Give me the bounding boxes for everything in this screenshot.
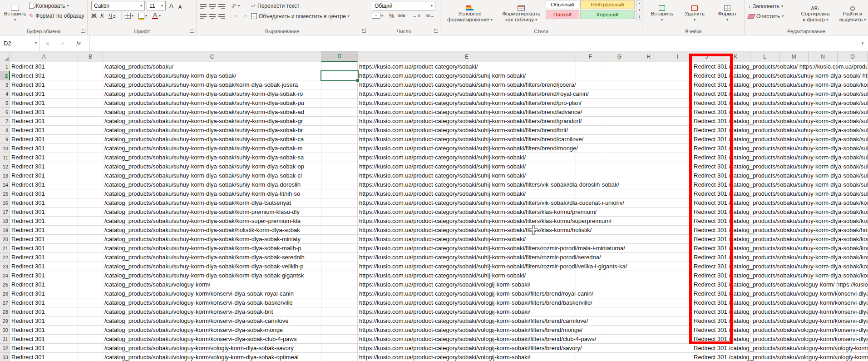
column-header-O[interactable]: O: [838, 51, 868, 62]
cell-C14[interactable]: /catalog_products/sobaku/suhuy-korm-dlya…: [103, 180, 321, 189]
cell-C19[interactable]: /catalog_products/sobaku/suhuy-korm-dlya…: [103, 226, 321, 235]
cell-G13[interactable]: [605, 171, 634, 180]
cell-O29[interactable]: [838, 316, 868, 326]
cell-O26[interactable]: [838, 289, 868, 298]
column-header-H[interactable]: H: [634, 51, 663, 62]
cell-E13[interactable]: https://kusio.com.ua/product-category/so…: [358, 171, 576, 180]
cell-G16[interactable]: [605, 198, 634, 208]
cell-N12[interactable]: [809, 162, 838, 171]
cell-I22[interactable]: [663, 253, 692, 262]
cell-I4[interactable]: [663, 89, 692, 99]
cell-H28[interactable]: [634, 307, 663, 316]
cell-D26[interactable]: [321, 289, 358, 298]
cell-G23[interactable]: [605, 262, 634, 271]
row-header-12[interactable]: 12: [0, 162, 10, 171]
row-header-26[interactable]: 26: [0, 289, 10, 298]
cell-D28[interactable]: [321, 307, 358, 316]
cell-M14[interactable]: [779, 180, 809, 189]
cell-B23[interactable]: [78, 262, 103, 271]
cell-G29[interactable]: [605, 316, 634, 326]
cell-L23[interactable]: [750, 262, 779, 271]
cell-H13[interactable]: [634, 171, 663, 180]
cell-F8[interactable]: [576, 126, 605, 135]
cell-A16[interactable]: Redirect 301: [10, 198, 78, 208]
cell-I19[interactable]: [663, 226, 692, 235]
cell-O20[interactable]: [838, 235, 868, 244]
cell-O4[interactable]: [838, 89, 868, 99]
cell-L8[interactable]: [750, 126, 779, 135]
cell-G22[interactable]: [605, 253, 634, 262]
cell-style-neutral[interactable]: Нейтральный: [580, 0, 635, 9]
column-header-G[interactable]: G: [605, 51, 634, 62]
cell-A27[interactable]: Redirect 301: [10, 298, 78, 307]
cell-N22[interactable]: [809, 253, 838, 262]
cell-G15[interactable]: [605, 189, 634, 198]
column-header-F[interactable]: F: [576, 51, 605, 62]
cell-I2[interactable]: [663, 71, 692, 80]
insert-function-icon[interactable]: fx: [71, 40, 86, 47]
cell-B25[interactable]: [78, 280, 103, 289]
conditional-formatting-button[interactable]: Условное форматирование ▾: [443, 0, 497, 23]
cell-H17[interactable]: [634, 208, 663, 217]
cell-O16[interactable]: [838, 198, 868, 208]
italic-button[interactable]: К: [100, 11, 104, 20]
cell-A28[interactable]: Redirect 301: [10, 307, 78, 316]
paste-button[interactable]: Вставить ▾: [3, 0, 27, 23]
cell-G14[interactable]: [605, 180, 634, 189]
cell-N1[interactable]: [809, 62, 838, 71]
cell-M13[interactable]: [779, 171, 809, 180]
cell-H26[interactable]: [634, 289, 663, 298]
cell-G32[interactable]: [605, 344, 634, 353]
cell-B2[interactable]: [78, 71, 103, 80]
cell-J33[interactable]: Redirect 301 /catalog_products/sobaku/vo…: [692, 353, 721, 361]
cell-O32[interactable]: [838, 344, 868, 353]
cell-E21[interactable]: https://kusio.com.ua/product-category/so…: [358, 244, 576, 253]
row-header-16[interactable]: 16: [0, 198, 10, 208]
cell-L33[interactable]: [750, 353, 779, 361]
cell-F17[interactable]: [576, 208, 605, 217]
cell-O30[interactable]: [838, 326, 868, 335]
cell-M28[interactable]: [779, 307, 809, 316]
cell-M6[interactable]: [779, 108, 809, 117]
cell-E18[interactable]: https://kusio.com.ua/product-category/so…: [358, 217, 576, 226]
cell-C21[interactable]: /catalog_products/sobaku/suhuy-korm-dlya…: [103, 244, 321, 253]
cell-C22[interactable]: /catalog_products/sobaku/suhuy-korm-dlya…: [103, 253, 321, 262]
align-bottom-button[interactable]: [218, 2, 225, 10]
cell-I33[interactable]: [663, 353, 692, 361]
cell-C7[interactable]: /catalog_products/sobaku/suhuy-korm-dlya…: [103, 117, 321, 126]
cell-E32[interactable]: https://kusio.com.ua/product-category/so…: [358, 344, 576, 353]
row-header-2[interactable]: 2: [0, 71, 10, 80]
cell-F31[interactable]: [576, 335, 605, 344]
cell-B5[interactable]: [78, 99, 103, 108]
cell-E29[interactable]: https://kusio.com.ua/product-category/so…: [358, 316, 576, 326]
cell-H33[interactable]: [634, 353, 663, 361]
cell-style-bad[interactable]: Плохой: [546, 10, 579, 19]
column-header-E[interactable]: E: [358, 51, 576, 62]
cell-M8[interactable]: [779, 126, 809, 135]
cell-L15[interactable]: [750, 189, 779, 198]
cell-O10[interactable]: [838, 144, 868, 153]
cell-M5[interactable]: [779, 99, 809, 108]
cell-O9[interactable]: [838, 135, 868, 144]
cell-G19[interactable]: [605, 226, 634, 235]
cell-J32[interactable]: Redirect 301 /catalog_products/sobaku/vo…: [692, 344, 721, 353]
cell-G26[interactable]: [605, 289, 634, 298]
cell-D1[interactable]: [321, 62, 358, 71]
cell-F16[interactable]: [576, 198, 605, 208]
cell-C24[interactable]: /catalog_products/sobaku/suhuy-korm-dlya…: [103, 271, 321, 280]
dialog-launcher-icon[interactable]: [190, 29, 194, 33]
cell-D15[interactable]: [321, 189, 358, 198]
cell-G11[interactable]: [605, 153, 634, 162]
cell-D21[interactable]: [321, 244, 358, 253]
row-header-31[interactable]: 31: [0, 335, 10, 344]
dialog-launcher-icon[interactable]: [434, 29, 438, 33]
cell-G17[interactable]: [605, 208, 634, 217]
cell-A30[interactable]: Redirect 301: [10, 326, 78, 335]
cell-B31[interactable]: [78, 335, 103, 344]
cell-I12[interactable]: [663, 162, 692, 171]
cell-L4[interactable]: [750, 89, 779, 99]
row-header-18[interactable]: 18: [0, 217, 10, 226]
cell-K32[interactable]: [721, 344, 750, 353]
cell-G18[interactable]: [605, 217, 634, 226]
cell-M22[interactable]: [779, 253, 809, 262]
